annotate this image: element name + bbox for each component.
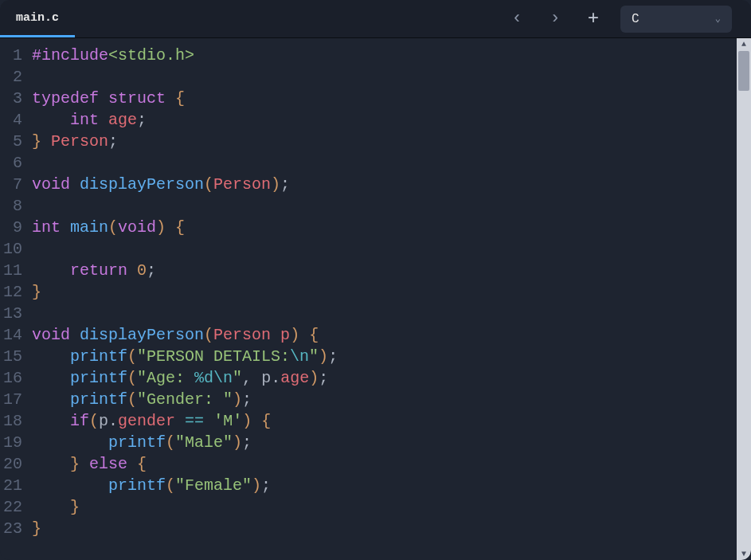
code-line[interactable]: 8 bbox=[0, 195, 737, 217]
token bbox=[127, 261, 137, 280]
code-content[interactable]: typedef struct { bbox=[32, 88, 737, 109]
line-number: 9 bbox=[0, 217, 32, 238]
code-line[interactable]: 2 bbox=[0, 66, 737, 88]
code-content[interactable]: printf("PERSON DETAILS:\n"); bbox=[32, 346, 737, 367]
code-content[interactable]: return 0; bbox=[32, 260, 737, 281]
token: ) bbox=[309, 369, 319, 387]
token: ) bbox=[252, 476, 261, 495]
code-content[interactable]: void displayPerson(Person); bbox=[32, 174, 737, 195]
line-number: 13 bbox=[0, 303, 32, 324]
code-line[interactable]: 19 printf("Male"); bbox=[0, 432, 737, 453]
code-content[interactable]: } bbox=[32, 281, 737, 303]
line-number: 20 bbox=[0, 453, 32, 475]
token: "Male" bbox=[175, 433, 233, 452]
token: ( bbox=[166, 476, 175, 495]
token: ) bbox=[271, 175, 280, 194]
code-content[interactable]: } bbox=[32, 518, 737, 539]
token: printf bbox=[70, 347, 127, 366]
code-content[interactable]: printf("Age: %d\n", p.age); bbox=[32, 367, 737, 389]
line-number: 15 bbox=[0, 346, 32, 367]
code-content[interactable]: printf("Gender: "); bbox=[32, 389, 737, 410]
line-number: 18 bbox=[0, 410, 32, 432]
code-content[interactable]: if(p.gender == 'M') { bbox=[32, 410, 737, 432]
token: ; bbox=[137, 111, 147, 129]
token: { bbox=[137, 455, 147, 473]
code-line[interactable]: 17 printf("Gender: "); bbox=[0, 389, 737, 410]
token: } bbox=[70, 498, 80, 516]
line-number: 5 bbox=[0, 131, 32, 152]
line-number: 11 bbox=[0, 260, 32, 281]
code-content[interactable]: int age; bbox=[32, 109, 737, 131]
token: displayPerson bbox=[80, 175, 204, 194]
code-line[interactable]: 7void displayPerson(Person); bbox=[0, 174, 737, 195]
line-number: 16 bbox=[0, 367, 32, 389]
token: . bbox=[271, 369, 280, 387]
code-line[interactable]: 20 } else { bbox=[0, 453, 737, 475]
token: ) bbox=[242, 412, 252, 430]
nav-back-button[interactable]: ‹ bbox=[506, 8, 528, 30]
token bbox=[166, 218, 175, 237]
token bbox=[99, 89, 108, 108]
token: <stdio.h> bbox=[108, 46, 194, 65]
token: Person bbox=[51, 132, 108, 151]
language-selector[interactable]: C ⌄ bbox=[620, 6, 732, 33]
token: void bbox=[32, 326, 70, 344]
code-content[interactable]: #include<stdio.h> bbox=[32, 45, 737, 66]
token: ; bbox=[328, 347, 338, 366]
token: ; bbox=[280, 175, 290, 194]
token: typedef bbox=[32, 89, 99, 108]
token bbox=[166, 89, 175, 108]
token: #include bbox=[32, 46, 108, 65]
nav-forward-button[interactable]: › bbox=[544, 8, 566, 30]
token bbox=[80, 455, 89, 473]
token: p bbox=[280, 326, 290, 344]
code-line[interactable]: 5} Person; bbox=[0, 131, 737, 152]
code-content[interactable]: } Person; bbox=[32, 131, 737, 152]
code-line[interactable]: 13 bbox=[0, 303, 737, 324]
code-content[interactable]: printf("Male"); bbox=[32, 432, 737, 453]
token: age bbox=[108, 111, 137, 129]
code-line[interactable]: 9int main(void) { bbox=[0, 217, 737, 238]
token: ) bbox=[233, 390, 242, 409]
code-line[interactable]: 16 printf("Age: %d\n", p.age); bbox=[0, 367, 737, 389]
token bbox=[252, 412, 261, 430]
vertical-scrollbar[interactable]: ▲ ▼ bbox=[737, 38, 751, 560]
code-line[interactable]: 4 int age; bbox=[0, 109, 737, 131]
add-tab-button[interactable]: + bbox=[582, 8, 604, 30]
code-content[interactable]: printf("Female"); bbox=[32, 475, 737, 496]
token: ( bbox=[127, 347, 137, 366]
line-number: 8 bbox=[0, 195, 32, 217]
token: printf bbox=[108, 476, 166, 495]
token: Person bbox=[213, 175, 271, 194]
scroll-thumb[interactable] bbox=[738, 51, 749, 91]
code-line[interactable]: 6 bbox=[0, 152, 737, 174]
code-line[interactable]: 14void displayPerson(Person p) { bbox=[0, 324, 737, 346]
token bbox=[32, 261, 70, 280]
header-controls: ‹ › + C ⌄ bbox=[506, 6, 745, 33]
token: ; bbox=[242, 390, 252, 409]
code-line[interactable]: 12} bbox=[0, 281, 737, 303]
scroll-down-arrow[interactable]: ▼ bbox=[737, 548, 751, 560]
token: ( bbox=[127, 390, 137, 409]
code-line[interactable]: 11 return 0; bbox=[0, 260, 737, 281]
scroll-up-arrow[interactable]: ▲ bbox=[737, 38, 751, 50]
code-line[interactable]: 18 if(p.gender == 'M') { bbox=[0, 410, 737, 432]
code-content[interactable]: } bbox=[32, 496, 737, 518]
code-line[interactable]: 23} bbox=[0, 518, 737, 539]
line-number: 3 bbox=[0, 88, 32, 109]
token: Person bbox=[213, 326, 271, 344]
code-line[interactable]: 22 } bbox=[0, 496, 737, 518]
token: \n bbox=[213, 369, 233, 387]
code-line[interactable]: 1#include<stdio.h> bbox=[0, 45, 737, 66]
token: { bbox=[261, 412, 271, 430]
code-line[interactable]: 21 printf("Female"); bbox=[0, 475, 737, 496]
code-content[interactable]: int main(void) { bbox=[32, 217, 737, 238]
code-content[interactable]: } else { bbox=[32, 453, 737, 475]
token: } bbox=[32, 519, 41, 538]
code-content[interactable]: void displayPerson(Person p) { bbox=[32, 324, 737, 346]
code-line[interactable]: 3typedef struct { bbox=[0, 88, 737, 109]
code-line[interactable]: 15 printf("PERSON DETAILS:\n"); bbox=[0, 346, 737, 367]
code-area[interactable]: 1#include<stdio.h>23typedef struct {4 in… bbox=[0, 38, 737, 560]
file-tab[interactable]: main.c bbox=[0, 0, 75, 37]
code-line[interactable]: 10 bbox=[0, 238, 737, 260]
